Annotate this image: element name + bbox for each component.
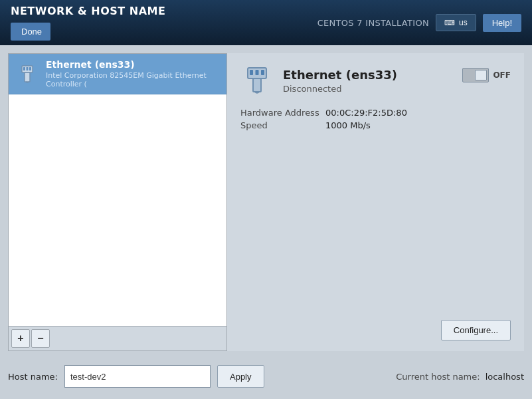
content-area: Ethernet (ens33) Intel Corporation 82545… xyxy=(8,53,524,351)
toggle-control: OFF xyxy=(462,68,511,82)
svg-rect-6 xyxy=(250,70,253,75)
main-content: Ethernet (ens33) Intel Corporation 82545… xyxy=(0,45,532,399)
hardware-address-value: 00:0C:29:F2:5D:80 xyxy=(325,108,407,118)
toggle-label: OFF xyxy=(493,70,511,80)
speed-value: 1000 Mb/s xyxy=(325,120,371,130)
toggle-switch[interactable] xyxy=(462,68,489,82)
header: NETWORK & HOST NAME Done CENTOS 7 INSTAL… xyxy=(0,0,532,45)
device-ethernet-icon xyxy=(240,64,274,97)
network-item-desc: Intel Corporation 82545EM Gigabit Ethern… xyxy=(46,71,220,88)
current-hostname-group: Current host name: localhost xyxy=(396,372,524,382)
header-right: CENTOS 7 INSTALLATION ⌨ us Help! xyxy=(317,14,521,32)
network-item-name: Ethernet (ens33) xyxy=(46,59,220,70)
device-header: Ethernet (ens33) Disconnected OFF xyxy=(240,64,511,97)
header-left: NETWORK & HOST NAME Done xyxy=(11,5,165,41)
spacer xyxy=(240,141,511,320)
keyboard-language-button[interactable]: ⌨ us xyxy=(436,14,476,31)
configure-button[interactable]: Configure... xyxy=(441,320,511,340)
svg-rect-7 xyxy=(256,70,259,75)
apply-button[interactable]: Apply xyxy=(217,365,264,388)
svg-rect-2 xyxy=(27,67,29,70)
device-name: Ethernet (ens33) xyxy=(283,68,397,82)
remove-network-button[interactable]: − xyxy=(31,329,50,348)
svg-rect-1 xyxy=(23,67,25,70)
device-details-panel: Ethernet (ens33) Disconnected OFF Hardwa… xyxy=(227,53,524,351)
network-item-text: Ethernet (ens33) Intel Corporation 82545… xyxy=(46,59,220,88)
toggle-knob xyxy=(475,70,487,80)
host-name-label: Host name: xyxy=(8,372,58,382)
device-properties: Hardware Address 00:0C:29:F2:5D:80 Speed… xyxy=(240,108,511,130)
svg-rect-3 xyxy=(29,67,31,70)
ethernet-icon xyxy=(15,62,39,86)
network-list-panel: Ethernet (ens33) Intel Corporation 82545… xyxy=(8,53,227,351)
network-list-empty-area xyxy=(9,94,226,326)
device-info: Ethernet (ens33) Disconnected xyxy=(240,64,397,97)
network-list-item[interactable]: Ethernet (ens33) Intel Corporation 82545… xyxy=(9,54,226,94)
device-name-group: Ethernet (ens33) Disconnected xyxy=(283,68,397,94)
device-status: Disconnected xyxy=(283,84,397,94)
current-hostname-value: localhost xyxy=(486,372,524,382)
hardware-address-row: Hardware Address 00:0C:29:F2:5D:80 xyxy=(240,108,511,118)
host-name-input[interactable] xyxy=(64,365,211,388)
help-button[interactable]: Help! xyxy=(483,14,521,32)
keyboard-icon: ⌨ xyxy=(444,19,455,27)
hardware-address-label: Hardware Address xyxy=(240,108,320,118)
speed-label: Speed xyxy=(240,120,320,130)
svg-rect-4 xyxy=(25,72,30,82)
centos-title: CENTOS 7 INSTALLATION xyxy=(317,18,429,28)
network-list-controls: + − xyxy=(9,326,226,350)
svg-rect-9 xyxy=(253,78,261,92)
page-title: NETWORK & HOST NAME xyxy=(11,5,165,17)
add-network-button[interactable]: + xyxy=(11,329,30,348)
keyboard-lang-label: us xyxy=(459,18,468,27)
configure-row: Configure... xyxy=(240,320,511,340)
done-button[interactable]: Done xyxy=(11,23,50,41)
speed-row: Speed 1000 Mb/s xyxy=(240,120,511,130)
current-hostname-label: Current host name: xyxy=(396,372,480,382)
svg-rect-8 xyxy=(261,70,264,75)
bottom-bar: Host name: Apply Current host name: loca… xyxy=(8,358,524,391)
